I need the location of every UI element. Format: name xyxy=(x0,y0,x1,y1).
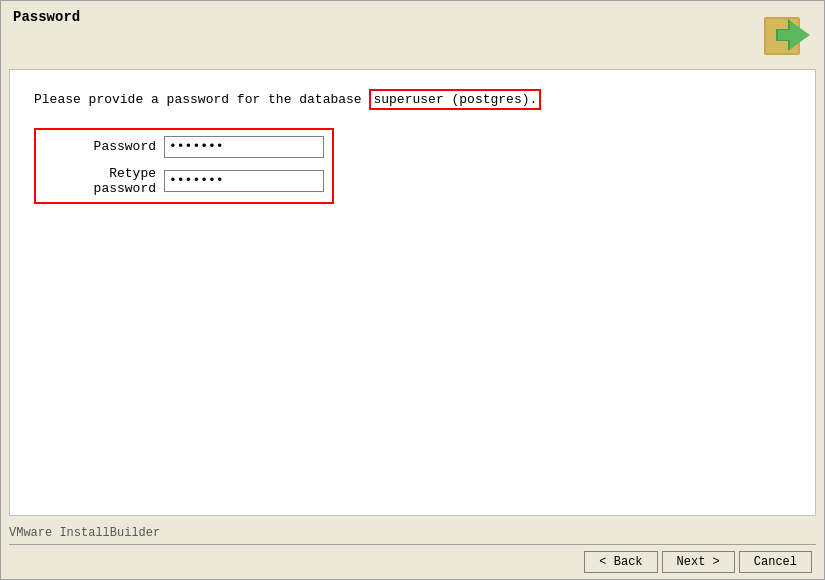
retype-row: Retype password xyxy=(44,166,324,196)
window-title: Password xyxy=(13,9,80,25)
button-row: < Back Next > Cancel xyxy=(9,551,816,573)
password-input[interactable] xyxy=(164,136,324,158)
retype-input[interactable] xyxy=(164,170,324,192)
title-bar: Password xyxy=(1,1,824,65)
description: Please provide a password for the databa… xyxy=(34,90,791,110)
separator xyxy=(9,544,816,545)
superuser-highlight: superuser (postgres). xyxy=(369,89,541,110)
password-row: Password xyxy=(44,136,324,158)
vmware-label: VMware InstallBuilder xyxy=(9,526,816,540)
installer-window: Password Please provide a password for t… xyxy=(0,0,825,580)
next-button[interactable]: Next > xyxy=(662,551,735,573)
back-button[interactable]: < Back xyxy=(584,551,657,573)
bottom-bar: VMware InstallBuilder < Back Next > Canc… xyxy=(1,520,824,579)
logo-icon xyxy=(760,9,812,61)
content-area: Please provide a password for the databa… xyxy=(9,69,816,516)
description-prefix: Please provide a password for the databa… xyxy=(34,92,369,107)
password-label: Password xyxy=(44,139,164,154)
retype-label: Retype password xyxy=(44,166,164,196)
form-container: Password Retype password xyxy=(34,128,334,204)
cancel-button[interactable]: Cancel xyxy=(739,551,812,573)
